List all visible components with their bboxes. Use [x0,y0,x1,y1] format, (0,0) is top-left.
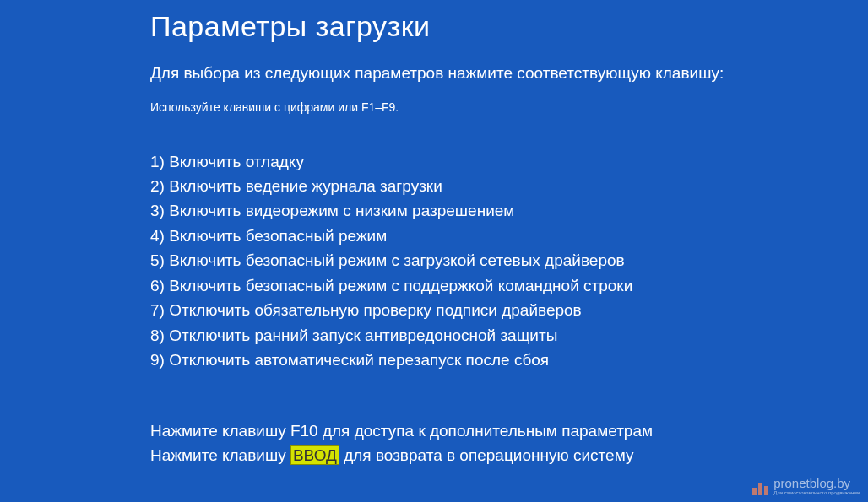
watermark-subtitle: Для самостоятельного продвижения [773,490,860,495]
boot-option[interactable]: 4) Включить безопасный режим [150,224,868,248]
footer-instructions: Нажмите клавишу F10 для доступа к дополн… [150,419,868,467]
boot-options-list: 1) Включить отладку 2) Включить ведение … [150,149,868,373]
boot-option[interactable]: 5) Включить безопасный режим с загрузкой… [150,248,868,273]
footer-text-after: для возврата в операционную систему [339,446,634,464]
hint-text: Используйте клавиши с цифрами или F1–F9. [150,100,868,114]
watermark-bars-icon [752,478,768,495]
watermark-text: pronetblog.by [773,477,860,489]
boot-option[interactable]: 8) Отключить ранний запуск антивредоносн… [150,323,868,348]
footer-text-before: Нажмите клавишу [150,446,290,464]
boot-option[interactable]: 1) Включить отладку [150,149,868,174]
enter-key-highlight: ВВОД [290,445,339,465]
footer-line-f10: Нажмите клавишу F10 для доступа к дополн… [150,419,868,444]
subtitle: Для выбора из следующих параметров нажми… [150,62,868,85]
boot-option[interactable]: 3) Включить видеорежим с низким разрешен… [150,198,868,223]
footer-line-enter: Нажмите клавишу ВВОД для возврата в опер… [150,444,868,468]
watermark: pronetblog.by Для самостоятельного продв… [752,477,860,495]
page-title: Параметры загрузки [150,10,868,43]
boot-option[interactable]: 2) Включить ведение журнала загрузки [150,174,868,198]
boot-option[interactable]: 6) Включить безопасный режим с поддержко… [150,273,868,298]
boot-option[interactable]: 7) Отключить обязательную проверку подпи… [150,298,868,322]
boot-option[interactable]: 9) Отключить автоматический перезапуск п… [150,348,868,372]
